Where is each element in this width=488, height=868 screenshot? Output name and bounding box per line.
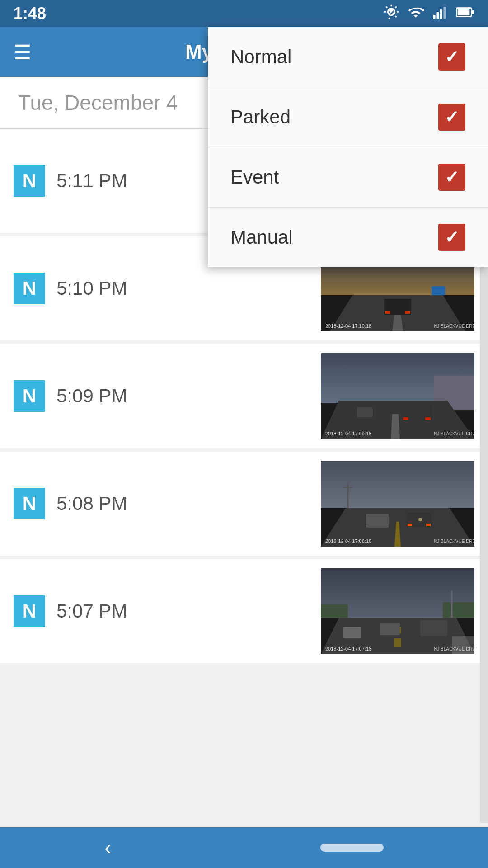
filter-manual-label: Manual <box>230 226 293 248</box>
date-text: Tue, December 4 <box>18 91 178 114</box>
checkmark-icon: ✓ <box>445 167 459 187</box>
svg-rect-55 <box>394 638 401 647</box>
badge-letter: N <box>23 493 36 514</box>
checkmark-icon: ✓ <box>445 107 459 127</box>
badge-letter: N <box>23 170 36 192</box>
recording-time: 5:07 PM <box>56 600 321 622</box>
svg-text:2018-12-04 17:07:18: 2018-12-04 17:07:18 <box>325 646 371 651</box>
back-button[interactable]: ‹ <box>104 836 111 859</box>
recording-time: 5:08 PM <box>56 493 321 514</box>
status-icons <box>383 4 474 24</box>
svg-rect-58 <box>380 623 400 635</box>
recording-badge: N <box>14 380 45 412</box>
svg-marker-29 <box>391 414 400 439</box>
recording-item[interactable]: N 5:08 PM <box>0 452 488 556</box>
svg-rect-1 <box>437 12 439 19</box>
filter-event-item[interactable]: Event ✓ <box>208 147 488 208</box>
svg-rect-32 <box>403 417 408 420</box>
svg-rect-22 <box>432 286 445 295</box>
svg-text:2018-12-04 17:09:18: 2018-12-04 17:09:18 <box>325 431 371 436</box>
filter-parked-checkbox[interactable]: ✓ <box>438 104 465 131</box>
status-bar: 1:48 <box>0 0 488 27</box>
recording-badge: N <box>14 165 45 197</box>
filter-dropdown: Normal ✓ Parked ✓ Event ✓ Manual ✓ <box>208 27 488 267</box>
svg-text:NJ BLACKVUE DR75RS-2CH/FHD-FY0: NJ BLACKVUE DR75RS-2CH/FHD-FY0 <box>434 539 474 544</box>
filter-parked-label: Parked <box>230 106 291 128</box>
svg-rect-31 <box>357 407 373 417</box>
svg-rect-59 <box>420 620 447 636</box>
filter-parked-item[interactable]: Parked ✓ <box>208 87 488 147</box>
svg-rect-44 <box>408 524 412 526</box>
svg-rect-5 <box>471 10 474 14</box>
svg-text:NJ BLACKVUE DR75RS-2CH/FHD-FY0: NJ BLACKVUE DR75RS-2CH/FHD-FY0 <box>434 646 474 651</box>
svg-text:NJ BLACKVUE DR75RS-2CH/FHD-FY0: NJ BLACKVUE DR75RS-2CH/FHD-FY0 <box>434 431 474 436</box>
filter-normal-checkbox[interactable]: ✓ <box>438 43 465 71</box>
badge-letter: N <box>23 600 36 622</box>
recording-time: 5:09 PM <box>56 385 321 407</box>
battery-icon <box>456 4 474 24</box>
alarm-icon <box>383 4 399 24</box>
svg-rect-51 <box>321 604 348 618</box>
svg-text:2018-12-04 17:10:18: 2018-12-04 17:10:18 <box>325 323 371 329</box>
filter-manual-checkbox[interactable]: ✓ <box>438 224 465 251</box>
svg-rect-52 <box>443 602 474 618</box>
recording-thumbnail[interactable]: 2018-12-04 17:09:18 NJ BLACKVUE DR75RS-2… <box>321 353 474 439</box>
svg-rect-33 <box>425 417 431 420</box>
home-indicator[interactable] <box>320 844 384 852</box>
svg-rect-37 <box>321 461 474 508</box>
svg-point-46 <box>418 518 422 521</box>
svg-rect-3 <box>444 7 446 19</box>
svg-text:NJ BLACKVUE DR75RS-2CH/FHD-FY0: NJ BLACKVUE DR75RS-2CH/FHD-FY0 <box>434 324 474 329</box>
svg-rect-42 <box>366 514 389 528</box>
recording-badge: N <box>14 488 45 519</box>
checkmark-icon: ✓ <box>445 47 459 67</box>
recording-thumbnail[interactable]: 2018-12-04 17:08:18 NJ BLACKVUE DR75RS-2… <box>321 461 474 547</box>
filter-normal-label: Normal <box>230 46 291 68</box>
svg-rect-2 <box>440 9 442 19</box>
svg-rect-0 <box>433 15 436 19</box>
svg-rect-57 <box>343 627 361 638</box>
svg-rect-60 <box>452 636 474 654</box>
recording-item[interactable]: N 5:09 PM <box>0 344 488 448</box>
svg-rect-21 <box>405 311 410 314</box>
recording-time: 5:10 PM <box>56 278 321 299</box>
hamburger-menu-icon[interactable]: ☰ <box>14 41 31 64</box>
signal-icon <box>432 4 448 24</box>
svg-text:2018-12-04 17:08:18: 2018-12-04 17:08:18 <box>325 538 371 544</box>
badge-letter: N <box>23 278 36 299</box>
wifi-icon <box>408 4 424 24</box>
svg-rect-45 <box>426 524 431 526</box>
filter-event-label: Event <box>230 166 279 188</box>
filter-normal-item[interactable]: Normal ✓ <box>208 27 488 87</box>
bottom-nav: ‹ <box>0 827 488 868</box>
recording-item[interactable]: N 5:07 PM <box>0 559 488 663</box>
svg-rect-6 <box>458 9 470 15</box>
checkmark-icon: ✓ <box>445 227 459 247</box>
filter-manual-item[interactable]: Manual ✓ <box>208 208 488 267</box>
status-time: 1:48 <box>14 4 46 23</box>
filter-event-checkbox[interactable]: ✓ <box>438 164 465 191</box>
recording-badge: N <box>14 595 45 627</box>
svg-rect-20 <box>385 311 390 314</box>
badge-letter: N <box>23 385 36 407</box>
recording-badge: N <box>14 273 45 304</box>
recording-thumbnail[interactable]: 2018-12-04 17:07:18 NJ BLACKVUE DR75RS-2… <box>321 568 474 654</box>
